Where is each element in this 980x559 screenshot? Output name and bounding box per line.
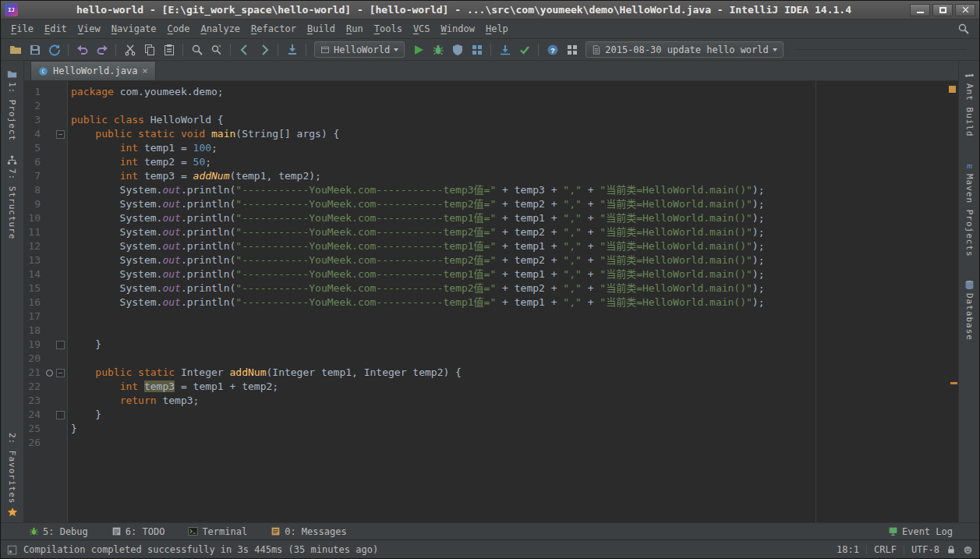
gutter-circle-icon[interactable] [44,366,54,380]
code-text[interactable] [68,324,71,338]
synchronize-icon[interactable] [44,41,64,59]
code-text[interactable]: System.out.println("-----------YouMeek.c… [68,239,765,253]
code-line-25[interactable]: 25} [24,422,947,436]
code-text[interactable]: public static void main(String[] args) { [68,127,339,141]
tool-button-messages[interactable]: 0: Messages [266,526,351,537]
code-line-6[interactable]: 6 int temp2 = 50; [24,155,947,169]
code-line-16[interactable]: 16 System.out.println("-----------YouMee… [24,295,947,310]
code-text[interactable]: System.out.println("-----------YouMeek.c… [68,197,765,211]
tool-button-event-log[interactable]: Event Log [883,526,957,537]
hector-inspector-icon[interactable] [963,545,973,555]
menu-analyze[interactable]: Analyze [196,21,246,37]
code-text[interactable]: } [68,408,101,422]
help-icon[interactable]: ? [543,41,562,59]
code-line-8[interactable]: 8 System.out.println("-----------YouMeek… [24,183,947,197]
menu-vcs[interactable]: VCS [408,21,436,37]
tool-button-database[interactable]: Database [964,280,975,341]
menu-view[interactable]: View [73,21,106,37]
caret-position[interactable]: 18:1 [837,544,859,555]
tool-window-toggle-icon[interactable] [7,545,17,555]
code-line-2[interactable]: 2 [24,99,947,113]
scrollbar-warning-mark[interactable] [950,382,957,384]
copy-icon[interactable] [140,41,159,59]
code-line-9[interactable]: 9 System.out.println("-----------YouMeek… [24,197,947,211]
fold-marker[interactable] [54,338,68,352]
code-text[interactable]: int temp1 = 100; [68,141,218,155]
code-text[interactable]: System.out.println("-----------YouMeek.c… [68,267,765,281]
tool-button-project[interactable]: 1: Project [7,69,17,141]
code-line-15[interactable]: 15 System.out.println("-----------YouMee… [24,281,947,295]
code-text[interactable]: } [68,422,77,436]
replace-icon[interactable] [207,41,226,59]
menu-tools[interactable]: Tools [369,21,408,37]
error-stripe-indicator[interactable] [949,86,956,93]
paste-icon[interactable] [159,41,179,59]
edit-config-icon[interactable] [467,41,486,59]
code-text[interactable]: System.out.println("-----------YouMeek.c… [68,295,765,310]
forward-icon[interactable] [254,41,274,59]
editor[interactable]: 1package com.youmeek.demo;23public class… [24,81,958,522]
code-text[interactable]: int temp3 = addNum(temp1, temp2); [68,169,321,183]
code-line-20[interactable]: 20 [24,352,947,366]
tool-button-debug[interactable]: 5: Debug [24,526,93,537]
code-text[interactable]: public class HelloWorld { [68,113,224,127]
code-line-21[interactable]: 21 public static Integer addNum(Integer … [24,366,947,380]
code-text[interactable]: System.out.println("-----------YouMeek.c… [68,211,765,225]
code-line-17[interactable]: 17 [24,310,947,324]
tool-button-todo[interactable]: 6: TODO [107,526,170,537]
code-text[interactable]: int temp3 = temp1 + temp2; [68,380,278,394]
code-line-24[interactable]: 24 } [24,408,947,422]
run-configuration-select[interactable]: HelloWorld [314,41,405,58]
open-icon[interactable] [5,41,25,59]
code-line-19[interactable]: 19 } [24,338,947,352]
update-project-icon[interactable] [495,41,515,59]
code-text[interactable]: System.out.println("-----------YouMeek.c… [68,253,765,267]
fold-marker[interactable] [54,408,68,422]
code-line-10[interactable]: 10 System.out.println("-----------YouMee… [24,211,947,225]
code-line-22[interactable]: 22 int temp3 = temp1 + temp2; [24,380,947,394]
tab-close-icon[interactable] [142,68,148,74]
code-line-11[interactable]: 11 System.out.println("-----------YouMee… [24,225,947,239]
find-icon[interactable] [187,41,207,59]
search-icon[interactable] [953,19,973,38]
menu-code[interactable]: Code [162,21,196,37]
menu-edit[interactable]: Edit [39,21,73,37]
coverage-icon[interactable] [448,41,467,59]
settings-icon[interactable] [562,41,582,59]
save-all-icon[interactable] [25,41,44,59]
close-button[interactable] [955,4,975,16]
code-text[interactable] [68,436,71,450]
tool-button-terminal[interactable]: Terminal [183,526,252,537]
menu-refactor[interactable]: Refactor [246,21,302,37]
vcs-message-select[interactable]: 2015-08-30 update hello world [586,41,784,58]
file-encoding-indicator[interactable]: UTF-8 [911,544,939,555]
code-text[interactable]: System.out.println("-----------YouMeek.c… [68,281,765,295]
lock-icon[interactable] [946,545,956,554]
code-text[interactable]: int temp2 = 50; [68,155,211,169]
code-line-13[interactable]: 13 System.out.println("-----------YouMee… [24,253,947,267]
menu-help[interactable]: Help [480,21,514,37]
code-line-3[interactable]: 3public class HelloWorld { [24,113,947,127]
tool-button-structure[interactable]: 7: Structure [7,155,17,239]
code-line-5[interactable]: 5 int temp1 = 100; [24,141,947,155]
code-text[interactable]: System.out.println("-----------YouMeek.c… [68,183,765,197]
back-icon[interactable] [235,41,254,59]
code-text[interactable] [68,352,71,366]
undo-icon[interactable] [73,41,92,59]
code-line-1[interactable]: 1package com.youmeek.demo; [24,85,947,99]
menu-navigate[interactable]: Navigate [106,21,162,37]
tool-button-maven-projects[interactable]: m Maven Projects [964,161,975,257]
run-icon[interactable] [409,41,428,59]
code-text[interactable] [68,310,71,324]
debug-icon[interactable] [428,41,448,59]
tool-button-favorites[interactable]: 2: Favorites [7,433,18,518]
minimize-button[interactable] [910,4,930,16]
code-text[interactable]: package com.youmeek.demo; [68,85,224,99]
menu-window[interactable]: Window [436,21,480,37]
code-text[interactable]: public static Integer addNum(Integer tem… [68,366,462,380]
cut-icon[interactable] [120,41,140,59]
fold-marker[interactable] [54,127,68,141]
commit-icon[interactable] [515,41,534,59]
code-text[interactable]: System.out.println("-----------YouMeek.c… [68,225,765,239]
tab-helloworld-java[interactable]: C HelloWorld.java [30,61,156,80]
